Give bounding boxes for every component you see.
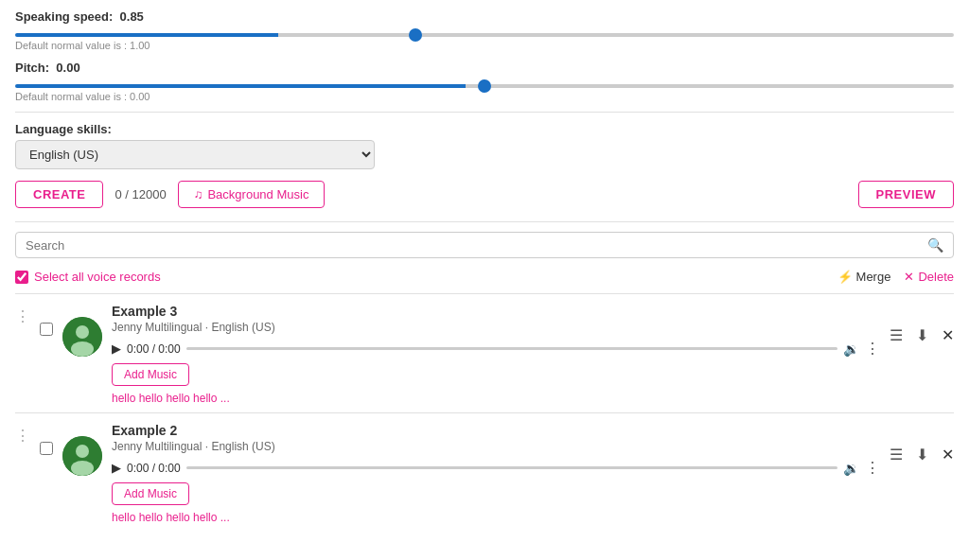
record-1-volume-button[interactable]: 🔉 (843, 341, 859, 357)
speaking-speed-value: 0.85 (120, 9, 144, 24)
music-note-icon: ♫ (194, 187, 203, 201)
record-2-download-button[interactable]: ⬇ (916, 446, 928, 464)
table-row: ⋮ Example 2 Jenny Multilingual · English… (15, 412, 954, 532)
char-count: 0 / 12000 (115, 187, 166, 201)
record-1-more-button[interactable]: ⋮ (865, 340, 880, 358)
record-1-track[interactable] (186, 347, 837, 350)
select-all-checkbox[interactable] (15, 271, 28, 284)
record-2-volume-button[interactable]: 🔉 (843, 461, 859, 476)
delete-button[interactable]: ✕ Delete (904, 270, 954, 284)
record-2-list-icon-button[interactable]: ☰ (890, 446, 903, 464)
record-1-list-icon-button[interactable]: ☰ (890, 326, 903, 344)
svg-point-4 (76, 445, 89, 458)
record-2-more-button[interactable]: ⋮ (865, 459, 880, 477)
svg-point-5 (71, 461, 94, 476)
drag-handle-icon[interactable]: ⋮ (15, 304, 30, 325)
speaking-speed-label: Speaking speed: 0.85 (15, 9, 144, 24)
table-row: ⋮ Example 3 Jenny Multilingual · English… (15, 293, 954, 412)
record-1-play-button[interactable]: ▶ (112, 341, 121, 356)
language-skills-label: Language skills: (15, 122, 954, 136)
record-1-title: Example 3 (112, 304, 880, 319)
merge-button[interactable]: ⚡ Merge (837, 270, 891, 284)
bg-music-button[interactable]: ♫ Background Music (178, 181, 326, 208)
record-1-time: 0:00 / 0:00 (127, 342, 181, 356)
record-2-subtitle: Jenny Multilingual · English (US) (112, 440, 880, 453)
select-all-row: Select all voice records ⚡ Merge ✕ Delet… (15, 268, 954, 286)
merge-delete-group: ⚡ Merge ✕ Delete (837, 270, 954, 284)
record-1-actions: ☰ ⬇ ✕ (890, 304, 954, 344)
pitch-label: Pitch: 0.00 (15, 61, 80, 75)
record-1-text: hello hello hello hello ... (112, 392, 880, 405)
merge-icon: ⚡ (837, 270, 853, 284)
create-button[interactable]: CREATE (15, 181, 103, 208)
record-1-audio-row: ▶ 0:00 / 0:00 🔉 ⋮ (112, 340, 880, 358)
search-icon: 🔍 (927, 237, 943, 253)
svg-point-2 (71, 341, 94, 357)
speaking-speed-slider[interactable] (15, 33, 954, 37)
avatar (62, 317, 102, 357)
record-2-add-music-button[interactable]: Add Music (112, 482, 189, 505)
divider-2 (15, 221, 954, 222)
record-1-subtitle: Jenny Multilingual · English (US) (112, 321, 880, 334)
record-2-track[interactable] (186, 466, 837, 469)
record-2-audio-row: ▶ 0:00 / 0:00 🔉 ⋮ (112, 459, 880, 477)
select-all-label: Select all voice records (34, 270, 161, 284)
preview-button[interactable]: PREVIEW (858, 181, 954, 208)
record-1-checkbox[interactable] (40, 323, 53, 336)
record-2-actions: ☰ ⬇ ✕ (890, 423, 954, 464)
search-bar: 🔍 (15, 232, 954, 258)
record-2-remove-button[interactable]: ✕ (942, 446, 954, 464)
avatar (62, 436, 102, 476)
record-2-play-button[interactable]: ▶ (112, 461, 121, 475)
search-input[interactable] (26, 238, 927, 253)
record-1-remove-button[interactable]: ✕ (942, 326, 954, 344)
record-2-time: 0:00 / 0:00 (127, 462, 181, 475)
svg-point-1 (76, 325, 89, 339)
pitch-slider[interactable] (15, 84, 954, 88)
language-skills-select[interactable]: English (US) English (UK) Spanish French… (15, 140, 375, 169)
pitch-value: 0.00 (56, 61, 79, 75)
delete-x-icon: ✕ (904, 270, 914, 284)
drag-handle-icon[interactable]: ⋮ (15, 423, 30, 445)
record-2-text: hello hello hello hello ... (112, 511, 880, 524)
record-1-download-button[interactable]: ⬇ (916, 326, 928, 344)
record-2-title: Example 2 (112, 423, 880, 438)
records-list: ⋮ Example 3 Jenny Multilingual · English… (15, 293, 954, 532)
record-2-checkbox[interactable] (40, 442, 53, 455)
record-1-add-music-button[interactable]: Add Music (112, 363, 189, 386)
main-toolbar: CREATE 0 / 12000 ♫ Background Music PREV… (15, 181, 954, 208)
divider-1 (15, 112, 954, 113)
